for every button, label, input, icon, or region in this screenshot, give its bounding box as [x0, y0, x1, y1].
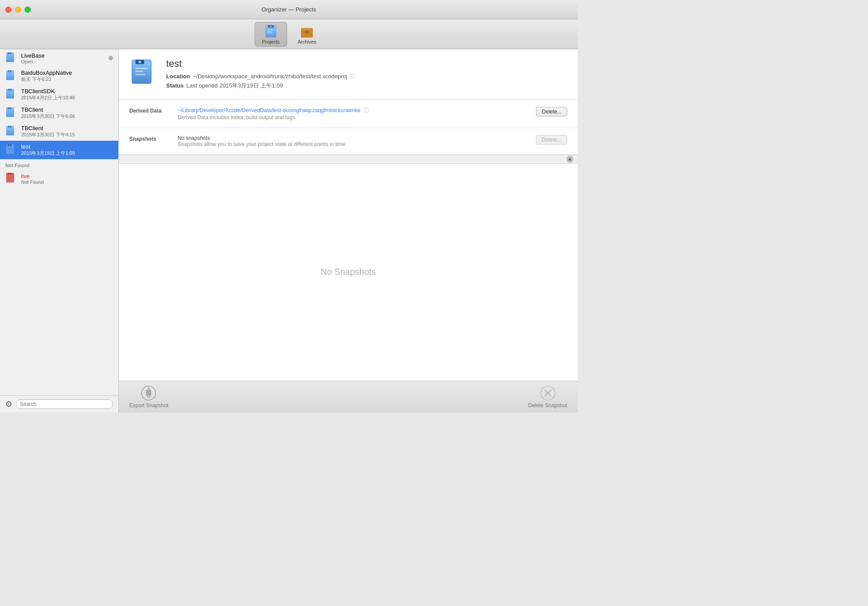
archives-icon [300, 24, 314, 38]
project-status: StatusLast opened 2015年3月19日 上午1:09 [166, 81, 567, 91]
projects-tab-label: Projects [262, 39, 280, 44]
projects-icon [264, 24, 278, 38]
sidebar-item-name: live [21, 173, 113, 179]
projects-tab[interactable]: Projects [255, 22, 287, 47]
derived-data-info-icon: ⓘ [364, 107, 369, 113]
sidebar-item-name: BaiduBoxAppNative [21, 69, 113, 76]
derived-data-section: Derived Data ~/Library/Developer/Xcode/D… [119, 100, 578, 128]
derived-data-desc: Derived Data includes index, build outpu… [178, 114, 295, 120]
export-snapshot-icon [141, 385, 157, 401]
project-location: Location~/Desktop/workspace_android/trun… [166, 72, 567, 81]
svg-point-36 [9, 173, 10, 174]
sidebar-item-date: 2015年3月19日 上午1:09 [21, 150, 113, 157]
sidebar-item-tbclient2[interactable]: TBClient 2015年3月30日 下午4:15 [0, 122, 118, 141]
project-name: test [166, 58, 567, 69]
svg-point-30 [9, 126, 10, 127]
sidebar-item-text: TBClient 2015年3月30日 下午4:15 [21, 125, 113, 138]
scroll-indicator: ◉ [566, 156, 573, 163]
project-header: test Location~/Desktop/workspace_android… [119, 49, 578, 100]
bottom-bar: Export Snapshot Delete Snapshot [119, 381, 578, 413]
derived-data-row: Derived Data ~/Library/Developer/Xcode/D… [129, 107, 567, 120]
sidebar-item-date: 2015年3月30日 下午4:15 [21, 131, 113, 138]
snapshots-area: No Snapshots [119, 164, 578, 381]
sidebar-item-status: Not Found [21, 179, 113, 185]
svg-rect-40 [135, 68, 148, 69]
svg-point-33 [9, 145, 10, 146]
snapshots-section: Snapshots No snapshots Snapshots allow y… [119, 128, 578, 155]
derived-data-delete-button[interactable]: Delete... [536, 107, 567, 117]
sidebar-item-livebase[interactable]: LiveBase Open [0, 49, 118, 67]
info-icon: ⓘ [349, 73, 354, 80]
derived-data-value: ~/Library/Developer/Xcode/DerivedData/te… [178, 107, 536, 120]
project-file-icon [5, 144, 18, 156]
svg-rect-9 [305, 31, 309, 33]
search-input[interactable] [16, 399, 113, 409]
main-layout: LiveBase Open BaiduBoxAppNative 前天 下午6:2… [0, 49, 578, 413]
export-snapshot-label: Export Snapshot [129, 402, 168, 409]
project-details: test Location~/Desktop/workspace_android… [166, 58, 567, 91]
derived-data-path: ~/Library/Developer/Xcode/DerivedData/te… [178, 107, 361, 113]
archives-tab[interactable]: Archives [291, 22, 323, 46]
svg-rect-6 [267, 33, 273, 33]
sidebar-item-date: 2015年4月2日 上午10:48 [21, 95, 113, 101]
derived-data-label: Derived Data [129, 107, 178, 114]
snapshots-value: No snapshots Snapshots allow you to save… [178, 135, 536, 147]
sidebar: LiveBase Open BaiduBoxAppNative 前天 下午6:2… [0, 49, 119, 413]
svg-rect-42 [135, 74, 145, 75]
sidebar-item-text: TBClientSDK 2015年4月2日 上午10:48 [21, 88, 113, 101]
sidebar-item-text: LiveBase Open [21, 52, 109, 64]
sidebar-item-date: 前天 下午6:23 [21, 76, 113, 83]
snapshots-label: Snapshots [129, 135, 178, 142]
sidebar-item-date: Open [21, 59, 109, 64]
svg-point-22 [9, 89, 10, 90]
traffic-lights [5, 7, 31, 13]
sidebar-item-live[interactable]: live Not Found [0, 170, 118, 187]
sidebar-item-tbclient1[interactable]: TBClient 2015年3月30日 下午6:06 [0, 104, 118, 122]
project-file-icon [5, 88, 18, 101]
sidebar-item-date: 2015年3月30日 下午6:06 [21, 113, 113, 120]
window-title: Organizer — Projects [262, 6, 316, 13]
sidebar-item-tbclientsdk[interactable]: TBClientSDK 2015年4月2日 上午10:48 [0, 85, 118, 104]
sidebar-item-name: TBClientSDK [21, 88, 113, 95]
snapshots-count: No snapshots [178, 135, 210, 141]
svg-point-14 [9, 53, 10, 54]
project-file-icon [5, 107, 18, 119]
project-file-icon [5, 125, 18, 138]
sidebar-item-baiduboxappnative[interactable]: BaiduBoxAppNative 前天 下午6:23 [0, 67, 118, 85]
toolbar: Projects Archives [0, 19, 578, 49]
snapshots-delete-button[interactable]: Delete... [536, 135, 567, 145]
project-file-icon [5, 70, 18, 82]
snapshots-row: Snapshots No snapshots Snapshots allow y… [129, 135, 567, 147]
close-button[interactable] [5, 7, 11, 13]
sidebar-item-name: test [21, 143, 113, 150]
svg-rect-5 [267, 31, 272, 32]
sidebar-item-text: test 2015年3月19日 上午1:09 [21, 143, 113, 157]
export-snapshot-button[interactable]: Export Snapshot [129, 385, 168, 409]
svg-rect-7 [301, 30, 313, 37]
status-label: Status [166, 82, 184, 89]
gear-button[interactable]: ⚙ [5, 399, 12, 409]
status-badge [109, 56, 113, 60]
delete-snapshot-label: Delete Snapshot [528, 402, 567, 409]
svg-point-3 [270, 26, 271, 27]
title-bar: Organizer — Projects [0, 0, 578, 19]
snapshots-desc: Snapshots allow you to save your project… [178, 141, 345, 147]
sidebar-item-name: LiveBase [21, 52, 109, 59]
delete-snapshot-button[interactable]: Delete Snapshot [528, 385, 567, 409]
svg-rect-4 [267, 29, 274, 30]
maximize-button[interactable] [25, 7, 31, 13]
project-file-icon [5, 52, 18, 64]
sidebar-item-name: TBClient [21, 106, 113, 113]
minimize-button[interactable] [15, 7, 21, 13]
sidebar-item-text: live Not Found [21, 173, 113, 185]
location-value: ~/Desktop/workspace_android/trunk/zhibo/… [193, 73, 347, 80]
sidebar-item-text: BaiduBoxAppNative 前天 下午6:23 [21, 69, 113, 83]
not-found-section-header: Not Found [0, 159, 118, 170]
content-area: test Location~/Desktop/workspace_android… [119, 49, 578, 413]
sidebar-item-test[interactable]: test 2015年3月19日 上午1:09 [0, 141, 118, 159]
svg-rect-10 [301, 28, 313, 29]
sidebar-item-name: TBClient [21, 125, 113, 131]
location-label: Location [166, 73, 190, 80]
svg-point-39 [139, 61, 141, 63]
svg-rect-41 [135, 71, 143, 72]
